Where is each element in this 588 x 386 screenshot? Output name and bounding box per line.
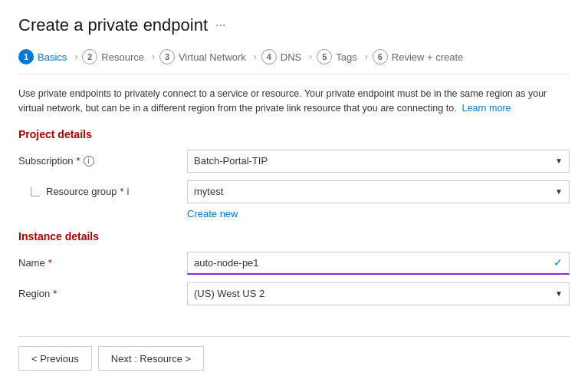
subscription-dropdown-arrow: ▼ [555,157,563,165]
footer: < Previous Next : Resource > [18,336,570,371]
corner-indicator [31,187,40,196]
resource-group-dropdown-arrow: ▼ [555,187,563,196]
step-dns-circle: 4 [261,49,277,64]
step-dns[interactable]: 4 DNS [261,49,301,64]
step-review-create[interactable]: 6 Review + create [373,49,464,64]
region-required: * [53,288,57,299]
step-virtual-network[interactable]: 3 Virtual Network [159,49,246,64]
step-sep-3: › [254,51,257,62]
resource-group-group: Resource group * i mytest ▼ [18,180,570,203]
instance-details-section: Instance details Name * auto-node-pe1 ✓ … [18,230,570,313]
resource-group-dropdown[interactable]: mytest ▼ [187,180,570,203]
subscription-dropdown[interactable]: Batch-Portal-TIP ▼ [187,150,570,173]
step-resource-circle: 2 [82,49,97,64]
resource-group-value: mytest [194,186,552,197]
resource-group-info-icon[interactable]: i [127,186,130,197]
learn-more-link[interactable]: Learn more [462,103,511,114]
subscription-required: * [77,155,80,167]
subscription-info-icon[interactable]: i [84,156,94,167]
name-value: auto-node-pe1 [194,257,554,269]
instance-details-header: Instance details [18,230,570,242]
project-details-section: Project details Subscription * i Batch-P… [18,128,570,230]
step-tags[interactable]: 5 Tags [317,49,356,64]
step-tags-label: Tags [336,51,356,63]
step-basics[interactable]: 1 Basics [18,49,67,64]
step-vnet-label: Virtual Network [179,51,246,63]
step-review-label: Review + create [392,51,464,63]
name-required: * [48,257,52,269]
name-input[interactable]: auto-node-pe1 ✓ [187,252,570,275]
step-sep-1: › [74,51,77,62]
subscription-label: Subscription * i [18,155,187,167]
region-dropdown-arrow: ▼ [555,289,563,298]
subscription-value: Batch-Portal-TIP [194,155,552,167]
name-checkmark-icon: ✓ [554,256,563,269]
step-vnet-circle: 3 [159,49,175,64]
region-value: (US) West US 2 [194,288,552,299]
step-sep-5: › [365,51,368,62]
name-label: Name * [18,257,187,269]
resource-group-required: * [120,186,124,197]
step-resource[interactable]: 2 Resource [82,49,144,64]
previous-button[interactable]: < Previous [18,346,92,371]
step-sep-2: › [152,51,155,62]
step-resource-label: Resource [101,51,144,63]
name-group: Name * auto-node-pe1 ✓ [18,252,570,275]
step-dns-label: DNS [281,51,301,63]
step-sep-4: › [309,51,312,62]
step-tags-circle: 5 [317,49,332,64]
step-review-circle: 6 [373,49,388,64]
project-details-header: Project details [18,128,570,140]
steps-nav: 1 Basics › 2 Resource › 3 Virtual Networ… [18,49,570,74]
page-container: Create a private endpoint ··· 1 Basics ›… [0,0,588,386]
description-text: Use private endpoints to privately conne… [18,87,570,116]
region-label: Region * [18,288,187,299]
create-new-link[interactable]: Create new [187,208,238,219]
step-basics-circle: 1 [18,49,34,64]
more-options-icon[interactable]: ··· [215,18,225,32]
region-group: Region * (US) West US 2 ▼ [18,282,570,305]
region-dropdown[interactable]: (US) West US 2 ▼ [187,282,570,305]
subscription-group: Subscription * i Batch-Portal-TIP ▼ [18,150,570,173]
step-basics-label: Basics [38,51,67,63]
create-new-row: Create new [187,208,570,219]
resource-group-indent: Resource group * i [18,186,187,197]
page-title: Create a private endpoint [18,15,208,35]
next-button[interactable]: Next : Resource > [98,346,204,371]
title-row: Create a private endpoint ··· [18,15,570,35]
